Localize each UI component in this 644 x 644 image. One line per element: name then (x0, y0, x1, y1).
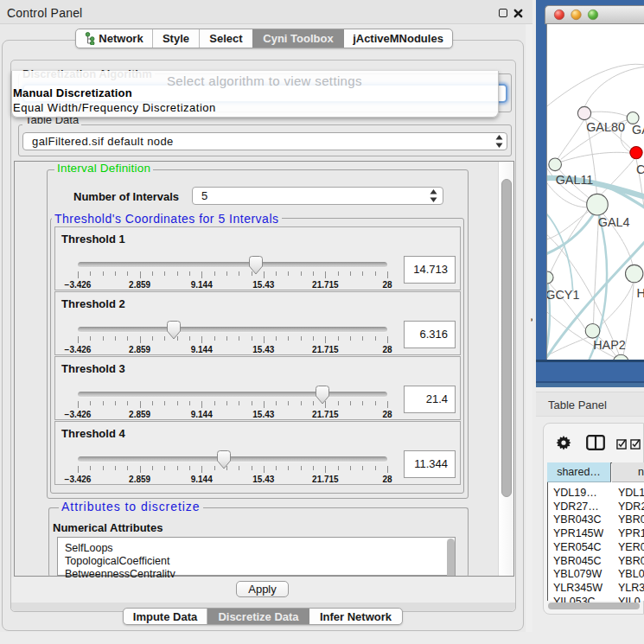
svg-text:GCY1: GCY1 (546, 288, 579, 302)
svg-text:GAL80: GAL80 (586, 120, 625, 134)
svg-text:H: H (636, 286, 644, 300)
svg-text:GAL4: GAL4 (598, 215, 630, 229)
svg-text:GAL: GAL (632, 123, 644, 137)
svg-text:GAL11: GAL11 (556, 173, 594, 187)
svg-text:HAP2: HAP2 (593, 338, 626, 352)
svg-text:C: C (636, 163, 644, 176)
